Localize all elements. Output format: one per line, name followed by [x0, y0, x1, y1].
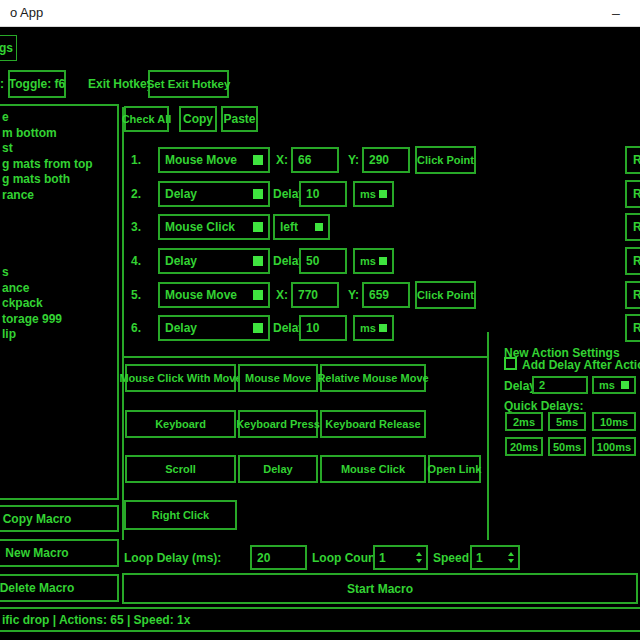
action-type-dropdown[interactable]: Mouse Click	[158, 214, 270, 240]
macro-list-item[interactable]: s	[2, 265, 117, 281]
spinner-arrows[interactable]	[416, 552, 422, 563]
macro-list-item[interactable]: torage 999	[2, 312, 117, 328]
remove-action-button[interactable]: R	[625, 247, 640, 275]
spinner-arrows[interactable]	[508, 552, 514, 563]
delay-unit-dropdown[interactable]: ms	[353, 181, 394, 207]
remove-action-button[interactable]: R	[625, 213, 640, 241]
actions-panel-left-border	[122, 107, 124, 540]
add-open-link-button[interactable]: Open Link	[428, 455, 481, 483]
macro-list-item[interactable]: st	[2, 141, 117, 157]
new-macro-button[interactable]: New Macro	[0, 539, 119, 567]
copy-button[interactable]: Copy	[179, 106, 217, 132]
remove-action-button[interactable]: R	[625, 180, 640, 208]
quick-delay-50ms-button[interactable]: 50ms	[548, 437, 586, 456]
nas-delay-input[interactable]: 2	[532, 376, 588, 394]
quick-delay-2ms-button[interactable]: 2ms	[505, 412, 543, 431]
button-label: 20ms	[510, 441, 538, 453]
spinner-up-icon[interactable]	[508, 552, 514, 556]
spinner-down-icon[interactable]	[416, 559, 422, 563]
start-macro-button[interactable]: Start Macro	[122, 573, 638, 604]
button-label: New Macro	[5, 546, 68, 560]
macro-list-item[interactable]	[2, 203, 117, 219]
action-type-dropdown[interactable]: Delay	[158, 181, 270, 207]
action-type-dropdown[interactable]: Mouse Move	[158, 282, 270, 308]
add-keyboard-button[interactable]: Keyboard	[125, 410, 236, 438]
dropdown-indicator-icon	[253, 222, 263, 232]
button-label: Mouse Click With Move	[119, 372, 241, 384]
add-keyboard-press-button[interactable]: Keyboard Press	[238, 410, 318, 438]
speed-value: 1	[476, 551, 483, 565]
x-input[interactable]: 66	[291, 147, 339, 173]
action-type-dropdown[interactable]: Delay	[158, 315, 270, 341]
add-mouse-move-button[interactable]: Mouse Move	[238, 364, 318, 392]
delay-unit-dropdown[interactable]: ms	[353, 248, 394, 274]
add-relative-mouse-move-button[interactable]: Relative Mouse Move	[320, 364, 426, 392]
menu-tab-settings[interactable]: gs	[0, 35, 17, 61]
button-label: Copy Macro	[3, 512, 72, 526]
button-label: Relative Mouse Move	[317, 372, 428, 384]
macro-list-item[interactable]: m bottom	[2, 126, 117, 142]
titlebar: o App –	[0, 0, 640, 27]
click-point-button[interactable]: Click Point	[415, 146, 476, 174]
loop-delay-input[interactable]: 20	[250, 545, 307, 570]
speed-spinner[interactable]: 1	[470, 545, 520, 570]
remove-action-button[interactable]: R	[625, 314, 640, 342]
macro-list-item[interactable]	[2, 250, 117, 266]
delete-macro-button[interactable]: Delete Macro	[0, 574, 119, 602]
add-right-click-button[interactable]: Right Click	[124, 500, 237, 530]
x-value: 770	[298, 288, 318, 302]
y-input[interactable]: 659	[362, 282, 410, 308]
delay-unit-dropdown[interactable]: ms	[353, 315, 394, 341]
minimize-button[interactable]: –	[600, 0, 632, 26]
macro-list-item[interactable]: ance	[2, 281, 117, 297]
set-exit-hotkey-button[interactable]: Set Exit Hotkey	[148, 70, 229, 98]
x-input[interactable]: 770	[291, 282, 339, 308]
remove-action-button[interactable]: R	[625, 281, 640, 309]
add-scroll-button[interactable]: Scroll	[125, 455, 236, 483]
nas-delay-unit-dropdown[interactable]: ms	[592, 376, 636, 394]
quick-delay-10ms-button[interactable]: 10ms	[592, 412, 636, 431]
macro-list-item[interactable]	[2, 234, 117, 250]
add-mouse-click-button[interactable]: Mouse Click	[320, 455, 426, 483]
action-type-dropdown[interactable]: Mouse Move	[158, 147, 270, 173]
delay-input[interactable]: 10	[299, 315, 347, 341]
quick-delay-100ms-button[interactable]: 100ms	[592, 437, 636, 456]
action-row-number: 5.	[131, 288, 141, 302]
action-type-value: Mouse Move	[165, 288, 237, 302]
copy-macro-button[interactable]: Copy Macro	[0, 505, 119, 532]
loop-count-spinner[interactable]: 1	[373, 545, 428, 570]
remove-action-label: R	[633, 254, 640, 268]
macro-list-item[interactable]: e	[2, 110, 117, 126]
macro-list-item[interactable]: ckpack	[2, 296, 117, 312]
y-input[interactable]: 290	[362, 147, 410, 173]
macro-list-item[interactable]: rance	[2, 188, 117, 204]
spinner-down-icon[interactable]	[508, 559, 514, 563]
click-point-label: Click Point	[417, 289, 474, 301]
macro-list-item[interactable]: g mats from top	[2, 157, 117, 173]
toggle-hotkey-label: :	[0, 77, 4, 91]
toggle-hotkey-button[interactable]: Toggle: f6	[8, 70, 66, 98]
macro-list-item[interactable]	[2, 219, 117, 235]
add-action-group-right-border	[487, 332, 489, 540]
add-mouse-click-with-move-button[interactable]: Mouse Click With Move	[125, 364, 236, 392]
paste-button[interactable]: Paste	[221, 106, 258, 132]
remove-action-label: R	[633, 220, 640, 234]
delay-input[interactable]: 10	[299, 181, 347, 207]
macro-list-item[interactable]: lip	[2, 327, 117, 343]
remove-action-button[interactable]: R	[625, 146, 640, 174]
spinner-up-icon[interactable]	[416, 552, 422, 556]
add-keyboard-release-button[interactable]: Keyboard Release	[320, 410, 426, 438]
macro-list-item[interactable]: g mats both	[2, 172, 117, 188]
add-delay-after-action-checkbox[interactable]	[504, 357, 517, 370]
action-type-dropdown[interactable]: Delay	[158, 248, 270, 274]
quick-delay-5ms-button[interactable]: 5ms	[548, 412, 586, 431]
mouse-button-dropdown[interactable]: left	[273, 214, 330, 240]
macro-list[interactable]: e m bottom st g mats from top g mats bot…	[0, 104, 119, 500]
action-row-number: 4.	[131, 254, 141, 268]
dropdown-indicator-icon	[379, 190, 387, 198]
check-all-button[interactable]: Check All	[124, 106, 169, 132]
quick-delay-20ms-button[interactable]: 20ms	[505, 437, 543, 456]
delay-input[interactable]: 50	[299, 248, 347, 274]
click-point-button[interactable]: Click Point	[415, 281, 476, 309]
add-delay-button[interactable]: Delay	[238, 455, 318, 483]
